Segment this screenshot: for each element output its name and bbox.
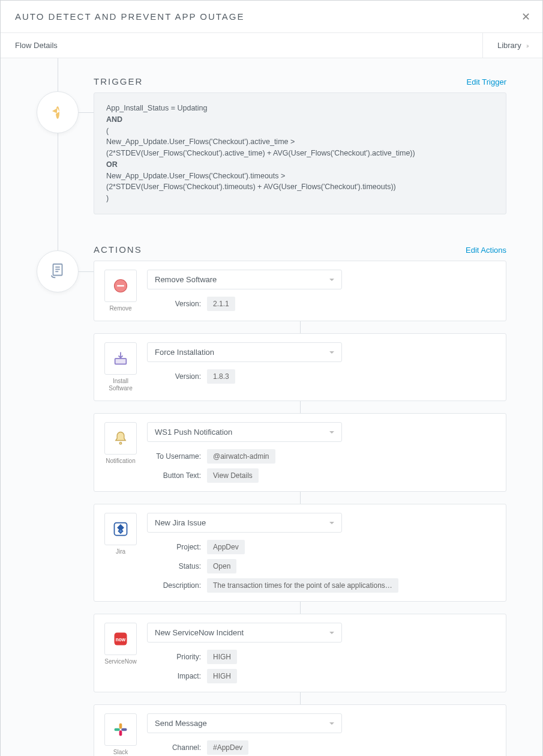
tab-library-label: Library — [497, 41, 521, 50]
field-value-chip[interactable]: HIGH — [207, 669, 237, 683]
close-icon[interactable]: ✕ — [521, 11, 530, 22]
edit-actions-link[interactable]: Edit Actions — [466, 246, 506, 255]
action-icon-label: Remove — [109, 305, 131, 312]
edit-trigger-link[interactable]: Edit Trigger — [467, 77, 506, 86]
action-body: WS1 Push NotificationTo Username:@airwat… — [147, 422, 497, 483]
field-row: Impact:HIGH — [147, 669, 497, 683]
tab-library[interactable]: Library ›› — [482, 33, 528, 58]
trigger-line: (2*STDEV(User_Flows('Checkout').active_t… — [106, 148, 494, 159]
svg-rect-13 — [119, 730, 122, 736]
field-row: Version:1.8.3 — [147, 369, 497, 384]
action-icon-label: Slack — [113, 749, 128, 756]
connector-line — [300, 401, 301, 413]
field-values: 2.1.1 — [207, 297, 235, 311]
field-values: @airwatch-admin — [207, 449, 275, 464]
action-type-select[interactable]: Send Message — [147, 713, 342, 733]
svg-rect-14 — [121, 728, 127, 731]
action-card: Install SoftwareForce InstallationVersio… — [94, 333, 506, 401]
field-values: AppDev — [207, 540, 245, 554]
main-column: TRIGGER Edit Trigger App_Install_Status … — [94, 58, 506, 756]
trigger-node-icon[interactable] — [37, 91, 79, 133]
connector-line — [300, 321, 301, 333]
action-icon-label: Jira — [116, 548, 125, 555]
field-row: Button Text:View Details — [147, 468, 497, 483]
field-row: Channel:#AppDev — [147, 740, 497, 755]
tab-flow-details[interactable]: Flow Details — [15, 33, 58, 58]
field-values: View Details — [207, 468, 259, 483]
action-icon-label: ServiceNow — [104, 658, 136, 665]
field-value-chip[interactable]: @airwatch-admin — [207, 449, 275, 464]
field-row: To Username:@airwatch-admin — [147, 449, 497, 464]
field-label: Version: — [147, 300, 201, 308]
servicenow-icon: now — [104, 623, 137, 655]
field-label: Channel: — [147, 743, 201, 752]
action-icon-col: Remove — [103, 270, 139, 312]
field-values: #AppDev — [207, 740, 248, 755]
action-icon-label: Install Software — [103, 378, 139, 392]
field-values: Open — [207, 559, 236, 573]
actions-icon — [49, 262, 67, 282]
field-values: HIGH — [207, 669, 237, 683]
actions-header: ACTIONS — [94, 244, 142, 255]
svg-text:now: now — [116, 637, 126, 642]
field-row: Version:2.1.1 — [147, 297, 497, 311]
tab-row: Flow Details Library ›› — [1, 33, 542, 58]
trigger-line: (2*STDEV(User_Flows('Checkout').timeouts… — [106, 181, 494, 193]
action-type-select[interactable]: New Jira Issue — [147, 513, 342, 533]
trigger-header-row: TRIGGER Edit Trigger — [94, 76, 506, 86]
modal-title: AUTO DETECT AND PREVENT APP OUTAGE — [15, 11, 528, 22]
field-value-chip[interactable]: View Details — [207, 468, 259, 483]
field-value-chip[interactable]: #AppDev — [207, 740, 248, 755]
connector-line — [300, 602, 301, 614]
field-label: Impact: — [147, 672, 201, 680]
svg-rect-12 — [115, 728, 120, 731]
actions-header-row: ACTIONS Edit Actions — [94, 244, 506, 255]
field-value-chip[interactable]: 2.1.1 — [207, 297, 235, 311]
trigger-expression: App_Install_Status = Updating AND ( New_… — [94, 92, 506, 214]
field-values: HIGH — [207, 650, 237, 664]
bell-icon — [104, 422, 137, 455]
action-card: nowServiceNowNew ServiceNow IncidentPrio… — [94, 614, 506, 692]
field-row: Project:AppDev — [147, 540, 497, 554]
field-value-chip[interactable]: HIGH — [207, 650, 237, 664]
install-icon — [104, 342, 137, 375]
trigger-line: New_App_Update.User_Flows('Checkout').ti… — [106, 171, 494, 182]
field-value-chip[interactable]: 1.8.3 — [207, 369, 235, 384]
field-row: Status:Open — [147, 559, 497, 573]
action-type-select[interactable]: New ServiceNow Incident — [147, 623, 342, 643]
modal-header: AUTO DETECT AND PREVENT APP OUTAGE ✕ — [1, 1, 542, 33]
action-icon-col: Notification — [103, 422, 139, 483]
connector-line — [300, 492, 301, 504]
chevron-right-icon: ›› — [526, 42, 528, 49]
modal: AUTO DETECT AND PREVENT APP OUTAGE ✕ Flo… — [0, 0, 543, 756]
action-body: New Jira IssueProject:AppDevStatus:OpenD… — [147, 513, 497, 593]
slack-icon — [104, 713, 137, 746]
svg-point-7 — [119, 442, 122, 444]
action-type-select[interactable]: Force Installation — [147, 342, 342, 362]
field-label: Button Text: — [147, 471, 201, 480]
field-value-chip[interactable]: Open — [207, 559, 236, 573]
field-row: Priority:HIGH — [147, 650, 497, 664]
field-label: Description: — [147, 581, 201, 590]
actions-node-icon[interactable] — [37, 250, 79, 292]
trigger-line: OR — [106, 159, 494, 171]
connector-line — [300, 692, 301, 704]
field-value-chip[interactable]: AppDev — [207, 540, 245, 554]
field-label: Status: — [147, 562, 201, 570]
action-card: SlackSend MessageChannel:#AppDevMessage … — [94, 704, 506, 756]
trigger-header: TRIGGER — [94, 76, 143, 86]
svg-rect-5 — [117, 285, 124, 286]
action-card: JiraNew Jira IssueProject:AppDevStatus:O… — [94, 504, 506, 602]
svg-rect-6 — [115, 358, 127, 364]
connector-line — [79, 112, 94, 113]
trigger-line: ( — [106, 125, 494, 137]
action-type-select[interactable]: WS1 Push Notification — [147, 422, 342, 442]
refresh-icon — [56, 108, 59, 117]
field-label: To Username: — [147, 452, 201, 461]
action-icon-label: Notification — [106, 458, 135, 465]
trigger-line: AND — [106, 114, 494, 125]
action-body: Force InstallationVersion:1.8.3 — [147, 342, 497, 392]
field-value-chip[interactable]: The transaction times for the point of s… — [207, 578, 398, 593]
action-type-select[interactable]: Remove Software — [147, 270, 342, 289]
field-values: 1.8.3 — [207, 369, 235, 384]
